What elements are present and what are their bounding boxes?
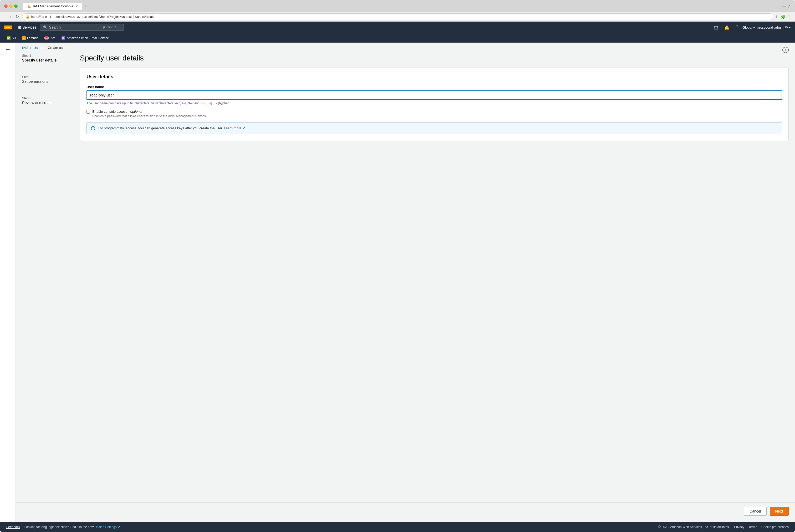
close-button[interactable]	[4, 4, 7, 8]
username-group: User name The user name can have up to 6…	[87, 85, 782, 105]
sidebar-toggle-button[interactable]: ☰	[6, 47, 10, 53]
console-access-checkbox[interactable]	[87, 110, 90, 114]
external-link-icon: ↗	[117, 525, 120, 529]
ses-badge: ✉	[61, 36, 65, 40]
breadcrumb-sep-2: ›	[44, 46, 45, 50]
forward-button[interactable]: ›	[9, 14, 12, 20]
learn-more-link[interactable]: Learn more ↗	[224, 126, 245, 130]
tab-bar: 🔒 IAM Management Console ✕ +	[23, 3, 778, 10]
aws-logo-text: aws	[4, 25, 12, 30]
user-menu-button[interactable]: arcsecond-admin @ ▾	[757, 25, 791, 30]
browser-tab[interactable]: 🔒 IAM Management Console ✕	[23, 3, 82, 10]
page-info-button[interactable]: i	[782, 47, 789, 53]
user-name-label: arcsecond-admin @	[757, 25, 788, 30]
s3-label: S3	[12, 36, 16, 40]
url-text: https://us-east-1.console.aws.amazon.com…	[31, 15, 770, 19]
privacy-link[interactable]: Privacy	[734, 525, 744, 529]
minimize-button[interactable]	[9, 4, 13, 8]
username-hint: The user name can have up to 64 characte…	[87, 101, 782, 105]
info-banner-text: For programmatic access, you can generat…	[98, 126, 245, 130]
user-chevron-icon: ▾	[789, 25, 791, 30]
step-2-title: Set permissions	[22, 79, 72, 83]
browser-toolbar: ‹ › ↻ 🔒 https://us-east-1.console.aws.am…	[0, 12, 795, 22]
actions-bar: Cancel Next	[16, 502, 795, 522]
external-link-icon: ↗	[242, 126, 245, 130]
extensions-icon[interactable]: 🧩	[781, 15, 786, 19]
lambda-badge: λ	[22, 36, 26, 40]
tab-close-icon[interactable]: ✕	[75, 4, 78, 8]
window-maximize-icon[interactable]: ⤢	[788, 4, 791, 9]
lambda-label: Lambda	[27, 36, 38, 40]
global-search[interactable]: 🔍 [Option+S]	[40, 24, 124, 31]
terms-link[interactable]: Terms	[749, 525, 757, 529]
menu-icon[interactable]: ⋮	[788, 15, 792, 19]
back-button[interactable]: ‹	[3, 14, 6, 20]
step-1-label: Step 1	[22, 54, 72, 58]
breadcrumb-sep-1: ›	[30, 46, 31, 50]
breadcrumb-current: Create user	[48, 46, 66, 50]
shortcuts-bar: S3 S3 λ Lambda IAM IAM ✉ Amazon Simple E…	[0, 33, 795, 43]
step-1-title: Specify user details	[22, 58, 72, 62]
footer-right: © 2023, Amazon Web Services, Inc. or its…	[658, 525, 789, 529]
reload-button[interactable]: ↻	[15, 14, 20, 20]
address-bar[interactable]: 🔒 https://us-east-1.console.aws.amazon.c…	[22, 14, 773, 20]
step-1: Step 1 Specify user details	[22, 54, 72, 69]
maximize-button[interactable]	[14, 4, 18, 8]
search-shortcut-hint: [Option+S]	[103, 25, 118, 29]
ses-label: Amazon Simple Email Service	[67, 36, 109, 40]
services-button[interactable]: ⊞ Services	[15, 22, 40, 33]
unified-settings-link[interactable]: Unified Settings ↗	[95, 525, 120, 529]
region-selector[interactable]: Global ▾	[742, 25, 755, 30]
step-3-title: Review and create	[22, 101, 72, 105]
console-access-optional: - optional	[127, 110, 142, 114]
lock-icon: 🔒	[25, 15, 30, 19]
browser-window: 🔒 IAM Management Console ✕ + — ⤢ ‹ › ↻ 🔒…	[0, 0, 795, 532]
breadcrumb-users-link[interactable]: Users	[33, 46, 42, 50]
page-title: Specify user details	[80, 54, 789, 62]
shortcut-ses[interactable]: ✉ Amazon Simple Email Service	[59, 33, 112, 43]
browser-actions: — ⤢	[782, 4, 791, 9]
tab-favicon: 🔒	[27, 4, 31, 8]
window-minimize-icon[interactable]: —	[782, 4, 786, 9]
cancel-button[interactable]: Cancel	[744, 507, 766, 516]
step-3: Step 3 Review and create	[22, 96, 72, 111]
aws-logo: aws	[4, 25, 12, 30]
search-input[interactable]	[49, 25, 102, 30]
breadcrumb-iam-link[interactable]: IAM	[22, 46, 28, 50]
shortcut-iam[interactable]: IAM IAM	[42, 33, 58, 43]
search-icon: 🔍	[43, 25, 48, 30]
aws-footer: Feedback Looking for language selection?…	[0, 522, 795, 532]
share-icon[interactable]: ⬆	[775, 15, 779, 19]
step-3-label: Step 3	[22, 96, 72, 100]
username-input[interactable]	[87, 90, 782, 100]
services-label: Services	[22, 25, 37, 30]
tab-title: IAM Management Console	[33, 4, 73, 8]
region-chevron-icon: ▾	[753, 25, 755, 30]
user-details-card: User details User name The user name can…	[80, 68, 789, 141]
iam-badge: IAM	[45, 36, 49, 40]
breadcrumb: IAM › Users › Create user	[16, 43, 795, 50]
step-2: Step 2 Set permissions	[22, 75, 72, 90]
cloudshell-icon[interactable]: ⬚	[712, 24, 720, 31]
console-access-label-text: Enable console access	[92, 110, 127, 114]
shortcut-s3[interactable]: S3 S3	[4, 33, 18, 43]
username-label: User name	[87, 85, 782, 89]
page-body: Step 1 Specify user details Step 2 Set p…	[16, 50, 795, 500]
new-tab-button[interactable]: +	[84, 3, 87, 9]
step-2-label: Step 2	[22, 75, 72, 79]
nav-right-actions: ⬚ 🔔 ? Global ▾ arcsecond-admin @ ▾	[712, 24, 791, 31]
notifications-icon[interactable]: 🔔	[722, 24, 732, 31]
main-layout: ☰ IAM › Users › Create user Step 1 Speci…	[0, 43, 795, 522]
next-button[interactable]: Next	[770, 507, 789, 516]
console-access-group: Enable console access - optional Enables…	[87, 109, 782, 118]
shortcut-lambda[interactable]: λ Lambda	[19, 33, 41, 43]
console-access-label[interactable]: Enable console access - optional	[92, 110, 142, 114]
grid-icon: ⊞	[18, 25, 21, 30]
console-access-label-wrapper: Enable console access - optional Enables…	[92, 109, 208, 118]
feedback-link[interactable]: Feedback	[6, 525, 20, 529]
info-message: For programmatic access, you can generat…	[98, 126, 223, 130]
cookie-preferences-link[interactable]: Cookie preferences	[761, 525, 789, 529]
help-icon[interactable]: ?	[734, 24, 740, 31]
content-wrapper: IAM › Users › Create user Step 1 Specify…	[16, 43, 795, 522]
sidebar: ☰	[0, 43, 16, 522]
